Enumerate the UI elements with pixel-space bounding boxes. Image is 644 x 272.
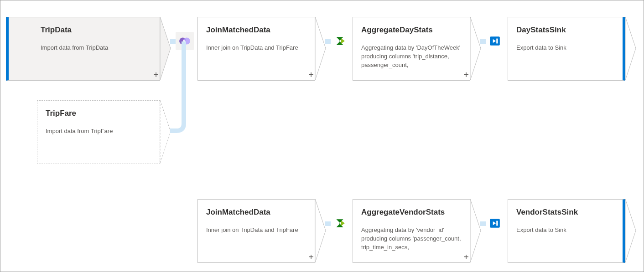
node-desc: Import data from TripData — [41, 44, 151, 52]
node-joinmatched-2[interactable]: JoinMatchedData Inner join on TripData a… — [197, 199, 315, 263]
sink-icon — [486, 214, 504, 232]
svg-marker-12 — [625, 17, 636, 80]
node-tripfare[interactable]: TripFare Import data from TripFare — [37, 100, 160, 164]
node-desc: Import data from TripFare — [46, 127, 151, 136]
node-desc: Inner join on TripData and TripFare — [206, 226, 306, 235]
node-title: AggregateVendorStats — [361, 208, 462, 217]
dataflow-canvas[interactable]: TripData Import data from TripData + Tri… — [0, 0, 644, 272]
add-after-aggvendor[interactable]: + — [461, 252, 471, 262]
node-daystats-sink[interactable]: DayStatsSink Export data to Sink — [508, 17, 625, 81]
node-desc: Aggregating data by 'DayOfTheWeek' produ… — [361, 44, 462, 70]
sink-icon — [486, 32, 504, 50]
node-title: AggregateDayStats — [361, 26, 462, 35]
svg-rect-18 — [496, 221, 498, 226]
node-title: TripFare — [46, 109, 151, 118]
svg-marker-8 — [470, 17, 481, 80]
node-title: TripData — [41, 26, 151, 35]
node-vendorstats-sink[interactable]: VendorStatsSink Export data to Sink — [508, 199, 625, 263]
aggregate-icon — [331, 214, 349, 232]
node-title: VendorStatsSink — [516, 208, 614, 217]
node-title: DayStatsSink — [516, 26, 614, 35]
svg-marker-13 — [315, 199, 326, 262]
node-aggregate-vendor[interactable]: AggregateVendorStats Aggregating data by… — [353, 199, 470, 263]
node-aggregate-day[interactable]: AggregateDayStats Aggregating data by 'D… — [353, 17, 470, 81]
svg-marker-1 — [160, 17, 171, 80]
svg-marker-19 — [625, 199, 636, 262]
svg-marker-6 — [315, 17, 326, 80]
svg-marker-2 — [160, 100, 171, 164]
node-title: JoinMatchedData — [206, 26, 306, 35]
aggregate-icon — [331, 32, 349, 50]
add-after-join1[interactable]: + — [306, 70, 316, 80]
svg-rect-11 — [496, 39, 498, 44]
node-joinmatched-1[interactable]: JoinMatchedData Inner join on TripData a… — [197, 17, 315, 81]
join-icon — [176, 32, 194, 50]
node-title: JoinMatchedData — [206, 208, 306, 217]
add-after-aggday[interactable]: + — [461, 70, 471, 80]
add-after-join2[interactable]: + — [306, 252, 316, 262]
node-desc: Aggregating data by 'vendor_id' producin… — [361, 226, 462, 252]
node-tripdata[interactable]: TripData Import data from TripData — [6, 17, 160, 81]
svg-marker-15 — [470, 199, 481, 262]
node-desc: Export data to Sink — [516, 226, 614, 235]
node-desc: Inner join on TripData and TripFare — [206, 44, 306, 52]
add-after-tripdata[interactable]: + — [151, 70, 161, 80]
node-desc: Export data to Sink — [516, 44, 614, 52]
